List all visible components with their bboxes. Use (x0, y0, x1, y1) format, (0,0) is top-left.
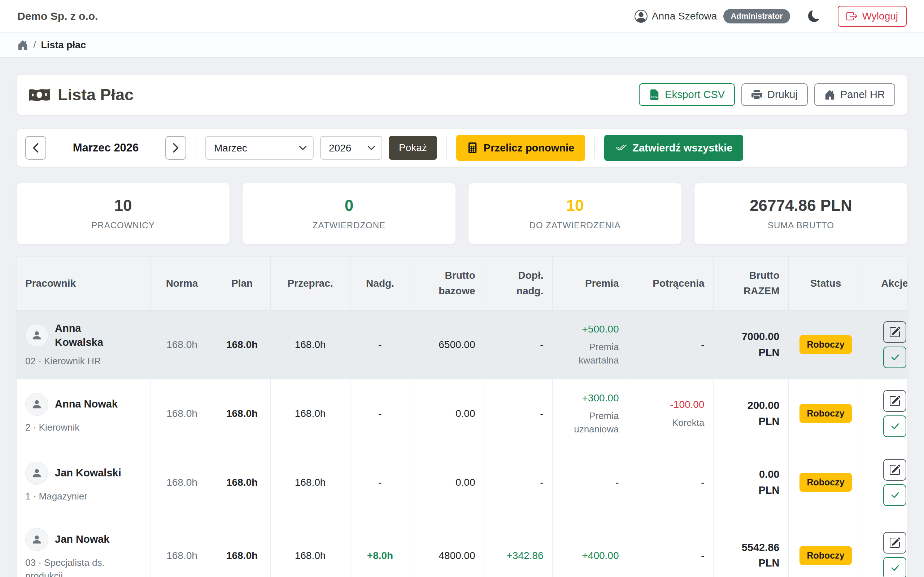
table-row[interactable]: Jan Nowak 03 · Specjalista ds. produkcji… (16, 517, 908, 577)
logout-label: Wyloguj (862, 10, 898, 22)
moon-icon (808, 10, 820, 22)
nadg-cell: +8.0h (350, 517, 410, 577)
norma-cell: 168.0h (150, 448, 214, 517)
employee-cell: Anna Kowalska (25, 321, 142, 350)
employee-avatar (25, 528, 48, 551)
year-select[interactable]: 2026 (320, 136, 382, 160)
stat-value: 10 (115, 197, 132, 214)
stat-card-pending: 10 DO ZATWIERDZENIA (468, 183, 682, 244)
col-akcje: Akcje (863, 257, 908, 310)
nadg-cell: - (350, 310, 410, 379)
razem-currency: PLN (722, 345, 780, 361)
next-month-button[interactable] (165, 136, 186, 160)
divider (594, 137, 595, 159)
potracenia-value: - (637, 475, 704, 489)
employee-id-position: 02 · Kierownik HR (25, 355, 142, 368)
logout-icon (846, 11, 857, 22)
table-row[interactable]: Anna Kowalska 02 · Kierownik HR 168.0h 1… (16, 310, 908, 379)
panel-hr-button[interactable]: Panel HR (814, 83, 895, 106)
potracenia-value: -100.00 (637, 397, 704, 411)
col-przeprac: Przeprac. (270, 257, 350, 310)
stat-value: 0 (345, 197, 353, 214)
col-brutto-razem: Brutto RAZEM (713, 257, 788, 310)
employee-id-position: 1 · Magazynier (25, 490, 142, 503)
potracenia-cell: -100.00 Korekta (628, 379, 713, 448)
brutto-razem-cell: 200.00 PLN (713, 379, 788, 448)
stat-value: 26774.86 PLN (750, 197, 852, 214)
stat-card-approved: 0 ZATWIERDZONE (242, 183, 456, 244)
col-premia: Premia (552, 257, 628, 310)
stat-label: SUMA BRUTTO (768, 220, 834, 230)
previous-month-button[interactable] (25, 136, 46, 160)
premia-cell: +400.00 (552, 517, 628, 577)
razem-currency: PLN (722, 555, 780, 571)
actions-cell (863, 310, 908, 379)
brutto-bazowe-cell: 0.00 (410, 379, 484, 448)
plan-cell: 168.0h (214, 448, 270, 517)
stat-card-employees: 10 PRACOWNICY (16, 183, 230, 244)
divider (446, 137, 447, 159)
col-norma: Norma (150, 257, 214, 310)
premia-cell: +500.00 Premia kwartalna (552, 310, 628, 379)
norma-cell: 168.0h (150, 379, 214, 448)
pencil-square-icon (889, 326, 901, 338)
actions-cell (863, 379, 908, 448)
approve-payroll-button[interactable] (883, 557, 906, 577)
col-potracenia: Potrącenia (628, 257, 713, 310)
edit-payroll-button[interactable] (883, 459, 906, 481)
dopl-nadg-cell: - (484, 379, 552, 448)
edit-payroll-button[interactable] (883, 321, 906, 343)
brutto-bazowe-cell: 6500.00 (410, 310, 484, 379)
employee-id-position: 2 · Kierownik (25, 421, 142, 435)
przeprac-cell: 168.0h (270, 448, 350, 517)
edit-payroll-button[interactable] (883, 532, 906, 554)
recalculate-button[interactable]: Przelicz ponownie (456, 135, 585, 161)
csv-file-icon: CSV (649, 89, 660, 100)
company-name: Demo Sp. z o.o. (17, 10, 98, 23)
approve-payroll-button[interactable] (883, 347, 906, 368)
dopl-nadg-cell: - (484, 448, 552, 517)
premia-cell: +300.00 Premia uznaniowa (552, 379, 628, 448)
breadcrumb: / Lista płac (0, 33, 924, 58)
role-badge: Administrator (723, 9, 790, 23)
dark-mode-toggle[interactable] (808, 10, 820, 22)
razem-value: 0.00 (722, 467, 780, 482)
razem-value: 7000.00 (722, 329, 780, 345)
col-pracownik: Pracownik (16, 257, 150, 310)
employee-id-position: 03 · Specjalista ds. produkcji (25, 556, 142, 577)
chevron-left-icon (32, 142, 40, 153)
przeprac-cell: 168.0h (270, 379, 350, 448)
logout-button[interactable]: Wyloguj (838, 6, 907, 27)
table-header-row: Pracownik Norma Plan Przeprac. Nadg. Bru… (16, 257, 908, 310)
norma-cell: 168.0h (150, 517, 214, 577)
przeprac-cell: 168.0h (270, 517, 350, 577)
employee-avatar (25, 462, 48, 485)
nadg-cell: - (350, 379, 410, 448)
premia-value: +400.00 (561, 548, 619, 562)
brutto-razem-cell: 7000.00 PLN (713, 310, 788, 379)
show-button[interactable]: Pokaż (389, 136, 437, 160)
breadcrumb-current: Lista płac (41, 40, 86, 51)
approve-payroll-button[interactable] (883, 416, 906, 437)
employee-avatar (25, 324, 48, 347)
table-row[interactable]: Anna Nowak 2 · Kierownik 168.0h 168.0h 1… (16, 379, 908, 448)
razem-currency: PLN (722, 414, 780, 429)
premia-value: +500.00 (561, 322, 619, 336)
razem-value: 200.00 (722, 398, 780, 414)
print-button[interactable]: Drukuj (741, 83, 808, 106)
status-badge: Roboczy (800, 473, 851, 492)
table-row[interactable]: Jan Kowalski 1 · Magazynier 168.0h 168.0… (16, 448, 908, 517)
edit-payroll-button[interactable] (883, 390, 906, 412)
employee-avatar (25, 393, 48, 416)
employee-name: Jan Kowalski (55, 466, 121, 480)
export-csv-button[interactable]: CSV Eksport CSV (639, 83, 735, 106)
potracenia-cell: - (628, 448, 713, 517)
check-double-icon (615, 142, 627, 154)
col-dopl-nadg: Dopł. nadg. (484, 257, 552, 310)
breadcrumb-home-link[interactable] (17, 40, 28, 50)
norma-cell: 168.0h (150, 310, 214, 379)
approve-all-button[interactable]: Zatwierdź wszystkie (604, 135, 743, 161)
month-select[interactable]: Marzec (205, 136, 313, 160)
approve-payroll-button[interactable] (883, 484, 906, 506)
home-icon (17, 40, 28, 50)
